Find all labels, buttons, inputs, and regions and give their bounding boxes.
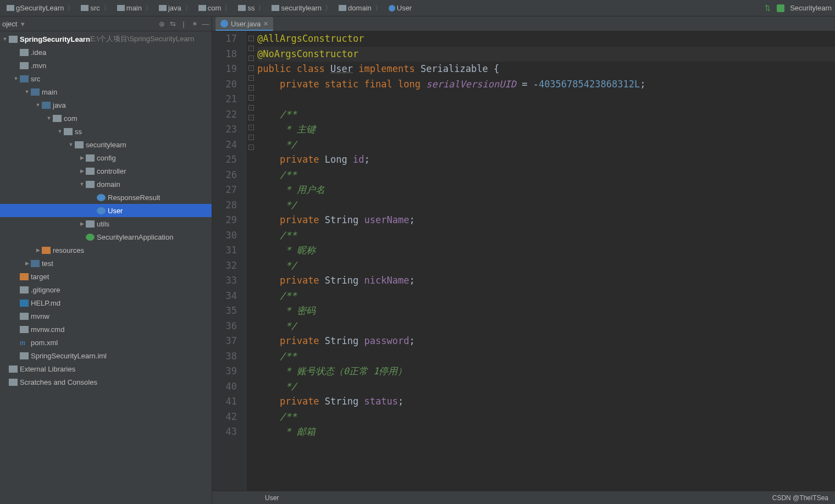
line-number[interactable]: 37: [212, 334, 237, 349]
code-line[interactable]: /**: [257, 409, 835, 425]
code-line[interactable]: public class User implements Serializabl…: [257, 62, 835, 77]
tree-twisty[interactable]: ▶: [23, 261, 31, 266]
line-number[interactable]: 24: [212, 137, 237, 153]
close-icon[interactable]: ✕: [263, 20, 268, 27]
line-number[interactable]: 28: [212, 198, 237, 213]
fold-marker[interactable]: -: [248, 36, 254, 41]
tree-node[interactable]: ▶test: [0, 257, 212, 270]
tree-node[interactable]: ▼domain: [0, 178, 212, 191]
code-line[interactable]: * 密码: [257, 303, 835, 319]
tree-node[interactable]: ResponseResult: [0, 191, 212, 204]
line-number-gutter[interactable]: 1718192021222324252627282930313233343536…: [212, 31, 246, 491]
update-icon[interactable]: ⇅: [764, 4, 771, 12]
breadcrumb-item[interactable]: gSecurityLearn〉: [3, 3, 78, 13]
tree-node[interactable]: .mvn: [0, 59, 212, 72]
code-line[interactable]: * 账号状态（0正常 1停用）: [257, 364, 835, 379]
fold-column[interactable]: ------------: [246, 31, 256, 491]
fold-marker[interactable]: -: [248, 95, 254, 101]
tree-node[interactable]: mvnw: [0, 309, 212, 323]
line-number[interactable]: 43: [212, 424, 237, 440]
code-line[interactable]: */: [257, 198, 835, 213]
line-number[interactable]: 29: [212, 213, 237, 228]
code-line[interactable]: * 邮箱: [257, 424, 835, 440]
code-line[interactable]: private static final long serialVersionU…: [257, 77, 835, 92]
tree-node[interactable]: ▼com: [0, 112, 212, 125]
tree-twisty[interactable]: ▼: [78, 181, 86, 187]
line-number[interactable]: 22: [212, 107, 237, 123]
breadcrumb-item[interactable]: domain〉: [335, 3, 385, 13]
run-config-icon[interactable]: [777, 4, 784, 12]
status-breadcrumb[interactable]: User: [219, 494, 279, 502]
tree-twisty[interactable]: ▼: [23, 89, 31, 95]
code-line[interactable]: private String status;: [257, 394, 835, 409]
fold-marker[interactable]: -: [248, 46, 254, 51]
code-line[interactable]: */: [257, 319, 835, 334]
fold-marker[interactable]: -: [248, 135, 254, 140]
tree-twisty[interactable]: ▶: [34, 247, 42, 253]
code-line[interactable]: */: [257, 379, 835, 395]
code-line[interactable]: * 主键: [257, 122, 835, 137]
tree-node[interactable]: mpom.xml: [0, 336, 212, 349]
fold-marker[interactable]: -: [248, 56, 254, 61]
tree-node[interactable]: ▶utils: [0, 217, 212, 230]
line-number[interactable]: 35: [212, 303, 237, 319]
code-line[interactable]: @NoArgsConstructor: [257, 47, 835, 62]
tree-twisty[interactable]: ▶: [78, 221, 86, 226]
line-number[interactable]: 17: [212, 31, 237, 47]
code-editor[interactable]: @AllArgsConstructor@NoArgsConstructorpub…: [256, 31, 835, 491]
tree-twisty[interactable]: ▼: [45, 115, 53, 121]
run-config-label[interactable]: Securitylearn: [790, 4, 832, 12]
code-line[interactable]: [257, 92, 835, 107]
tree-node[interactable]: .idea: [0, 46, 212, 59]
line-number[interactable]: 25: [212, 152, 237, 168]
tree-twisty[interactable]: ▶: [78, 168, 86, 174]
line-number[interactable]: 38: [212, 349, 237, 364]
breadcrumb-item[interactable]: src〉: [78, 3, 113, 13]
line-number[interactable]: 20: [212, 77, 237, 92]
project-view-label[interactable]: oject: [2, 20, 17, 28]
tree-node[interactable]: SecuritylearnApplication: [0, 230, 212, 243]
locate-icon[interactable]: ⊕: [158, 20, 165, 27]
tree-twisty[interactable]: ▼: [12, 76, 20, 81]
fold-marker[interactable]: -: [248, 65, 254, 71]
code-line[interactable]: * 昵称: [257, 243, 835, 258]
tree-twisty[interactable]: ▶: [78, 155, 86, 160]
line-number[interactable]: 34: [212, 289, 237, 304]
project-root[interactable]: ▼SpringSecurityLearn E:\个人项目\SpringSecur…: [0, 32, 212, 46]
code-line[interactable]: * 用户名: [257, 182, 835, 198]
tree-node[interactable]: HELP.md: [0, 296, 212, 309]
tree-node-selected[interactable]: User: [0, 204, 212, 217]
tree-node[interactable]: ▼securitylearn: [0, 138, 212, 151]
line-number[interactable]: 23: [212, 122, 237, 137]
tree-node[interactable]: SpringSecurityLearn.iml: [0, 349, 212, 362]
line-number[interactable]: 42: [212, 409, 237, 425]
breadcrumb-item[interactable]: com〉: [195, 3, 235, 13]
fold-marker[interactable]: -: [248, 105, 254, 110]
tab-userjava[interactable]: User.java ✕: [215, 17, 273, 31]
line-number[interactable]: 33: [212, 273, 237, 289]
tree-twisty[interactable]: ▼: [67, 142, 75, 147]
code-line[interactable]: */: [257, 258, 835, 274]
line-number[interactable]: 40: [212, 379, 237, 395]
gear-icon[interactable]: ✴: [191, 20, 198, 27]
line-number[interactable]: 36: [212, 319, 237, 334]
code-line[interactable]: private Long id;: [257, 152, 835, 168]
tree-node[interactable]: External Libraries: [0, 362, 212, 375]
code-line[interactable]: /**: [257, 289, 835, 304]
code-line[interactable]: /**: [257, 349, 835, 364]
breadcrumb-item[interactable]: java〉: [156, 3, 195, 13]
line-number[interactable]: 30: [212, 228, 237, 243]
tree-node[interactable]: ▼java: [0, 98, 212, 112]
tree-node[interactable]: ▶config: [0, 151, 212, 164]
code-line[interactable]: */: [257, 137, 835, 153]
tree-twisty[interactable]: ▼: [56, 129, 64, 134]
line-number[interactable]: 41: [212, 394, 237, 409]
chevron-down-icon[interactable]: ▾: [19, 20, 26, 27]
breadcrumb-item[interactable]: securitylearn〉: [268, 3, 335, 13]
tree-node[interactable]: ▶controller: [0, 164, 212, 178]
settings-icon[interactable]: ⇆: [169, 20, 176, 27]
tree-node[interactable]: ▼src: [0, 72, 212, 85]
tree-node[interactable]: target: [0, 270, 212, 283]
line-number[interactable]: 31: [212, 243, 237, 258]
tree-node[interactable]: ▼ss: [0, 125, 212, 138]
